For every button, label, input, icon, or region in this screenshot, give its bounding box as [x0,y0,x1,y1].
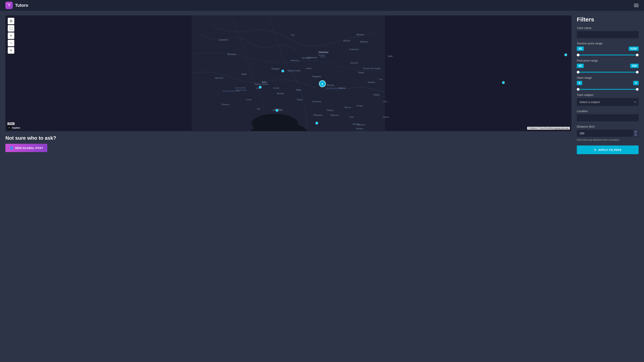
distance-increment-button[interactable]: ▲ [634,130,638,133]
svg-text:Omegna: Omegna [272,67,280,70]
map-attribution: © Mapbox © OpenStreetMap Improve this ma… [527,127,570,130]
svg-text:Bassano del Grappa: Bassano del Grappa [363,67,381,69]
stars-slider-track[interactable] [577,89,638,90]
session-price-group: Session price range €5 €250 [577,42,638,55]
not-sure-section: Not sure who to ask? 🌐 NEW GLOBAL POST [6,135,571,152]
left-area: Lausanne Montreux Aosta Albertville Bria… [6,15,571,152]
post-price-group: Post price range €5 €50 [577,59,638,72]
logo-icon: T [6,2,13,9]
map-svg: Lausanne Montreux Aosta Albertville Bria… [6,15,571,131]
svg-text:Gran Paradiso: Gran Paradiso [235,87,246,89]
svg-text:Vicenza: Vicenza [368,81,375,83]
tutor-name-group: Tutor name [577,26,638,38]
svg-text:Padua: Padua [374,94,380,96]
tutor-name-input[interactable] [577,31,638,38]
session-price-range-header: €5 €250 [577,46,638,51]
svg-text:Trev...: Trev... [379,78,384,80]
svg-text:Rovigo: Rovigo [357,105,363,107]
zoom-out-button[interactable]: − [8,40,14,46]
session-price-slider-right-thumb[interactable] [636,54,638,56]
locate-button[interactable] [8,18,14,24]
post-price-range-header: €5 €50 [577,64,638,68]
svg-text:Settimo Torinese: Settimo Torinese [254,83,269,85]
stars-slider-right-thumb[interactable] [636,88,638,91]
post-price-slider-right-thumb[interactable] [636,71,638,73]
not-sure-title: Not sure who to ask? [6,135,571,141]
apply-filters-button[interactable]: ▼ APPLY FILTERS [577,145,638,154]
svg-text:Brescia: Brescia [327,84,334,86]
svg-text:Varese Como: Varese Como [288,69,300,72]
svg-text:Pavia: Pavia [297,98,302,101]
mapbox-logo-icon: m [7,126,11,130]
location-group: Location [577,109,638,121]
session-price-slider-track[interactable] [577,55,638,55]
post-price-slider-left-thumb[interactable] [577,71,580,73]
map-marker-cluster-milan[interactable]: 2 [319,80,326,87]
fullscreen-button[interactable] [8,25,14,32]
svg-text:Merano: Merano [356,33,364,36]
distance-label: Distance (km) [577,125,638,128]
post-price-label: Post price range [577,59,638,62]
post-price-min-badge: €5 [577,64,584,68]
distance-input[interactable] [577,130,638,137]
location-label: Location [577,109,638,113]
svg-text:Lausanne: Lausanne [219,38,228,41]
svg-text:Bolzano: Bolzano [360,40,368,43]
distance-input-wrapper: ▲ ▼ [577,130,638,137]
post-price-max-badge: €50 [630,64,638,68]
distance-group: Distance (km) ▲ ▼ Find tutors by distanc… [577,125,638,141]
stars-slider-left-thumb[interactable] [577,88,580,91]
map-container[interactable]: Lausanne Montreux Aosta Albertville Bria… [6,15,571,131]
tutor-name-label: Tutor name [577,26,638,29]
zoom-in-button[interactable]: + [8,32,14,39]
location-input[interactable] [577,114,638,121]
session-price-slider-fill [577,55,638,55]
post-price-slider-track[interactable] [577,72,638,72]
svg-text:Pigazzano: Pigazzano [330,114,339,116]
map-marker-novara[interactable] [259,86,262,89]
mapbox-logo: m mapbox [7,126,20,130]
tutor-subject-group: Tutor subject Select a subject Mathemati… [577,93,638,106]
svg-text:Rovereto: Rovereto [350,62,358,64]
hamburger-menu-icon[interactable] [634,4,638,7]
session-price-slider-left-thumb[interactable] [577,54,580,56]
svg-text:Novara: Novara [277,92,284,94]
find-tutors-text: Find tutors by distance from a location [577,138,638,141]
svg-text:Morbegno: Morbegno [302,57,310,59]
stars-slider-fill [577,89,638,90]
north-button[interactable]: N [8,47,14,54]
improve-map-link[interactable]: Improve this map [554,127,569,129]
svg-text:Cremona: Cremona [312,100,321,103]
map-marker-northeast[interactable] [564,53,567,56]
svg-text:Bellinzona: Bellinzona [290,59,300,61]
distance-decrement-button[interactable]: ▼ [634,133,638,136]
post-price-slider-fill [577,72,638,72]
tutor-subject-select[interactable]: Select a subject Mathematics Science Eng… [577,98,638,106]
svg-text:Montreux: Montreux [228,53,236,55]
svg-text:Raven...: Raven... [383,116,390,118]
svg-text:Biella: Biella [262,81,266,83]
svg-text:Mantua: Mantua [344,106,351,108]
svg-text:Trento: Trento [358,71,364,74]
map-marker-varese[interactable] [282,70,284,72]
map-controls: + − N [8,18,14,54]
svg-point-65 [10,20,12,22]
stars-range-header: 0 5 [577,81,638,85]
stars-max-badge: 5 [633,81,638,85]
svg-text:Asti: Asti [257,108,260,110]
map-marker-east1[interactable] [502,81,505,84]
svg-text:Verona: Verona [338,87,346,89]
stars-range-group: Stars range 0 5 [577,76,638,90]
app-title: Tutoro [15,3,28,8]
svg-text:Vanoise National Park: Vanoise National Park [222,90,240,92]
map-marker-alessandria[interactable] [276,109,278,112]
new-global-post-button[interactable]: 🌐 NEW GLOBAL POST [6,144,47,152]
svg-text:Sassuolo: Sassuolo [357,124,365,126]
map-scale: 30km [7,122,15,125]
filter-icon: ▼ [594,148,597,151]
svg-text:Cuneo: Cuneo [246,99,252,101]
map-marker-rapallo[interactable] [316,122,318,124]
svg-text:Briançon: Briançon [222,103,229,105]
tutor-subject-label: Tutor subject [577,93,638,96]
svg-text:Vercelli: Vercelli [273,87,279,89]
